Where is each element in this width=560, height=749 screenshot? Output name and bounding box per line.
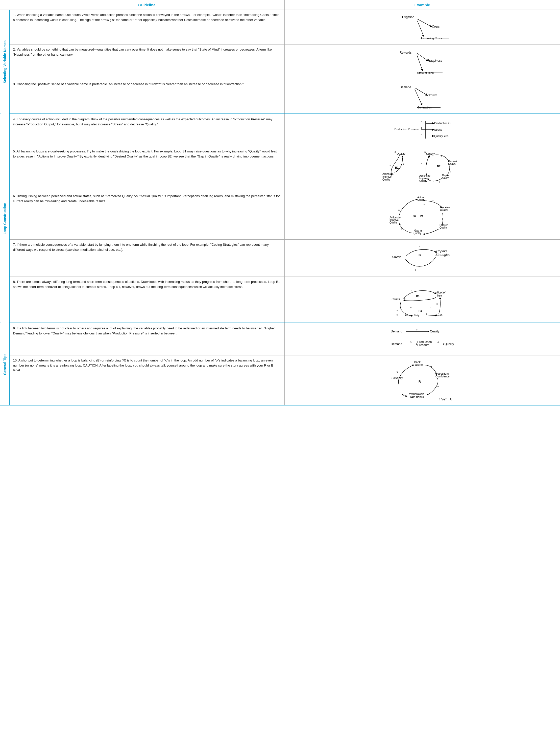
svg-line-3 bbox=[417, 21, 424, 36]
svg-text:Stress: Stress bbox=[391, 298, 400, 301]
svg-text:Quality: Quality bbox=[441, 176, 449, 179]
svg-text:B2: B2 bbox=[437, 165, 441, 168]
svg-text:o: o bbox=[438, 341, 439, 344]
svg-text:o: o bbox=[397, 370, 398, 373]
example-7: Stress B Coping Strategies s o bbox=[285, 240, 560, 277]
svg-text:o: o bbox=[415, 269, 416, 271]
svg-text:s: s bbox=[421, 127, 422, 129]
svg-text:Demand: Demand bbox=[391, 329, 402, 333]
svg-text:Happiness: Happiness bbox=[428, 59, 442, 62]
table-row: General Tips 9. If a link between two te… bbox=[0, 323, 560, 356]
example-9: Demand o Quality Demand s Production Pre… bbox=[285, 323, 560, 356]
svg-text:s: s bbox=[403, 163, 404, 165]
table-row: 2. Variables should be something that ca… bbox=[0, 44, 560, 79]
svg-text:o: o bbox=[411, 289, 412, 292]
svg-text:s: s bbox=[424, 203, 425, 206]
guideline-9: 9. If a link between two terms is not cl… bbox=[9, 323, 285, 356]
svg-line-13 bbox=[415, 88, 427, 95]
svg-text:Strategies: Strategies bbox=[435, 253, 450, 257]
svg-text:s: s bbox=[439, 180, 440, 183]
svg-text:s: s bbox=[450, 170, 451, 173]
svg-text:Stress: Stress bbox=[392, 255, 401, 259]
example-3: Demand Growth Contraction bbox=[285, 79, 560, 114]
svg-text:Pressure: Pressure bbox=[417, 343, 429, 347]
svg-text:Demand: Demand bbox=[400, 85, 411, 89]
example-6: Actual Quality Perceived Quality Desired… bbox=[285, 191, 560, 240]
guideline-6: 6. Distinguishing between perceived and … bbox=[9, 191, 285, 240]
header-example: Example bbox=[285, 0, 560, 10]
header-label-col bbox=[0, 0, 9, 10]
section-label-loop: Loop Construction bbox=[0, 114, 9, 323]
table-row: Selecting Variable Names 1. When choosin… bbox=[0, 10, 560, 44]
svg-text:s: s bbox=[395, 151, 396, 153]
svg-text:Confidence: Confidence bbox=[435, 375, 450, 378]
guideline-7: 7. If there are multiple consequences of… bbox=[9, 240, 285, 277]
svg-text:Quality: Quality bbox=[440, 209, 448, 211]
svg-text:B1: B1 bbox=[416, 295, 420, 298]
svg-text:s: s bbox=[421, 120, 422, 123]
svg-text:Improve: Improve bbox=[382, 175, 392, 178]
section-label-selecting: Selecting Variable Names bbox=[0, 10, 9, 114]
svg-text:o: o bbox=[421, 133, 422, 135]
svg-text:s: s bbox=[389, 164, 391, 167]
svg-text:o: o bbox=[426, 313, 427, 315]
svg-text:o: o bbox=[416, 328, 418, 331]
example-5: s Quality Actions to Improve Quality B1 … bbox=[285, 146, 560, 191]
svg-text:o: o bbox=[410, 306, 411, 308]
svg-text:Quality: Quality bbox=[389, 221, 397, 224]
guideline-5: 5. All balancing loops are goal-seeking … bbox=[9, 146, 285, 191]
svg-text:Productivity: Productivity bbox=[405, 314, 420, 317]
table-row: 5. All balancing loops are goal-seeking … bbox=[0, 146, 560, 191]
svg-text:Litigation: Litigation bbox=[402, 16, 414, 19]
svg-text:R1: R1 bbox=[420, 215, 423, 218]
header-guideline: Guideline bbox=[9, 0, 285, 10]
svg-text:R2: R2 bbox=[419, 309, 422, 312]
svg-text:R: R bbox=[419, 380, 421, 384]
table-row: 3. Choosing the "positive" sense of a va… bbox=[0, 79, 560, 114]
svg-text:s: s bbox=[436, 303, 438, 305]
svg-text:Coping: Coping bbox=[436, 249, 447, 253]
svg-text:B1: B1 bbox=[395, 166, 399, 169]
table-row: 8. There are almost always differing lon… bbox=[0, 277, 560, 323]
svg-text:s: s bbox=[397, 309, 398, 312]
example-1: Litigation Costs Increasing Costs bbox=[285, 10, 560, 44]
guideline-1: 1. When choosing a variable name, use no… bbox=[9, 10, 285, 44]
svg-text:Quality: Quality bbox=[426, 152, 435, 155]
svg-text:Quality: Quality bbox=[419, 179, 427, 182]
svg-line-9 bbox=[417, 55, 422, 70]
svg-text:Quality: Quality bbox=[445, 342, 454, 346]
svg-text:s: s bbox=[419, 245, 421, 248]
svg-text:o: o bbox=[430, 306, 431, 308]
svg-text:Costs: Costs bbox=[432, 25, 440, 28]
guideline-3: 3. Choosing the "positive" sense of a va… bbox=[9, 79, 285, 114]
svg-text:o: o bbox=[438, 385, 439, 388]
guideline-2: 2. Variables should be something that ca… bbox=[9, 44, 285, 79]
svg-text:Quality: Quality bbox=[430, 329, 439, 333]
svg-text:o: o bbox=[398, 209, 400, 211]
table-row: 10. A shortcut to determining whether a … bbox=[0, 356, 560, 405]
svg-text:s: s bbox=[432, 199, 434, 202]
svg-text:Failures: Failures bbox=[413, 363, 424, 366]
svg-text:Production Output: Production Output bbox=[434, 122, 451, 125]
svg-text:Alcohol: Alcohol bbox=[436, 291, 446, 294]
example-2: Rewards Happiness State of Mind bbox=[285, 44, 560, 79]
svg-text:s: s bbox=[397, 314, 398, 316]
svg-text:Quality: Quality bbox=[448, 163, 456, 165]
example-4: Production Pressure s Production Output … bbox=[285, 114, 560, 146]
table-row: Loop Construction 4. For every course of… bbox=[0, 114, 560, 146]
svg-text:B2: B2 bbox=[413, 215, 416, 218]
svg-text:s: s bbox=[410, 341, 411, 344]
svg-text:s: s bbox=[426, 232, 427, 235]
svg-text:Solvency: Solvency bbox=[391, 377, 403, 380]
svg-text:Quality: Quality bbox=[397, 152, 406, 155]
svg-text:Health: Health bbox=[434, 314, 443, 317]
example-8: Stress Alcohol Use Productivity Health B… bbox=[285, 277, 560, 323]
table-row: 7. If there are multiple consequences of… bbox=[0, 240, 560, 277]
svg-text:Quality: Quality bbox=[382, 178, 390, 181]
svg-text:Growth: Growth bbox=[427, 93, 437, 97]
svg-text:Actions to: Actions to bbox=[382, 173, 394, 175]
guideline-10: 10. A shortcut to determining whether a … bbox=[9, 356, 285, 405]
svg-text:4 "o's" = R: 4 "o's" = R bbox=[439, 398, 452, 401]
example-10: Bank Failures Depositors' Confidence Wit… bbox=[285, 356, 560, 405]
guideline-8: 8. There are almost always differing lon… bbox=[9, 277, 285, 323]
